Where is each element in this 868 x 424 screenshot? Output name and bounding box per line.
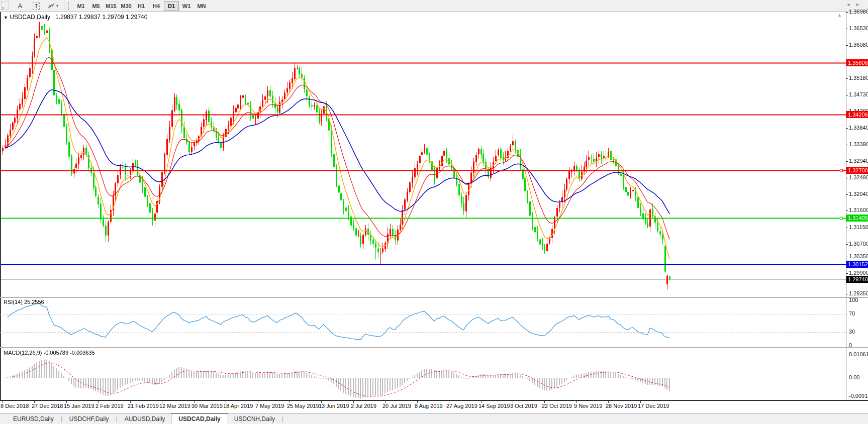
tab-separator: | <box>282 415 283 422</box>
date-axis-label: 20 Jul 2019 <box>382 403 411 409</box>
chart-dropdown-caret-icon[interactable]: ▼ <box>4 15 8 20</box>
date-axis-label: 9 Nov 2019 <box>574 403 602 409</box>
price-axis-label: 1.36530 <box>849 25 868 31</box>
date-axis-label: 2 Feb 2019 <box>95 403 124 409</box>
timeframe-button-mn[interactable]: MN <box>194 1 209 11</box>
rsi-label: RSI(14) 25.2556 <box>4 299 44 305</box>
price-line-badge: 1.32700 <box>846 167 868 174</box>
timeframe-button-m1[interactable]: M1 <box>73 1 88 11</box>
tab-separator: | <box>61 415 62 422</box>
price-axis-label: 1.29350 <box>849 290 868 296</box>
price-axis-label: 1.36080 <box>849 42 868 48</box>
rsi-axis-label: 70 <box>849 310 855 316</box>
timeframe-button-m5[interactable]: M5 <box>88 1 104 11</box>
price-axis-tick <box>846 95 848 95</box>
price-axis-label: 1.33840 <box>849 125 868 131</box>
price-chart-canvas[interactable] <box>0 12 846 297</box>
date-axis-label: 28 Nov 2019 <box>606 403 637 409</box>
text-box-tool-button[interactable]: T <box>29 1 43 11</box>
timeframe-button-w1[interactable]: W1 <box>179 1 194 11</box>
timeframe-button-h4[interactable]: H4 <box>149 1 164 11</box>
timeframe-grip-icon[interactable] <box>68 2 70 10</box>
price-line-badge: 1.34206 <box>846 111 868 118</box>
date-axis-label: 30 Mar 2019 <box>191 403 223 409</box>
date-axis-label: 12 Mar 2019 <box>159 403 190 409</box>
price-axis-tick <box>846 128 848 129</box>
price-axis-label: 1.30350 <box>849 253 868 259</box>
current-price-badge: 1.29740 <box>846 276 868 283</box>
tab-separator: | <box>116 415 118 422</box>
toolbar-grip-icon[interactable]: F <box>1 2 9 10</box>
macd-axis-label: 0.00 <box>849 374 859 380</box>
price-axis-tick <box>846 294 848 294</box>
price-axis-tick <box>846 12 848 13</box>
macd-canvas[interactable] <box>0 349 846 400</box>
date-axis-label: 25 May 2019 <box>287 403 319 409</box>
price-axis-tick <box>846 273 848 274</box>
date-axis-label: 22 Oct 2019 <box>542 403 572 409</box>
chart-tab-audusd[interactable]: AUDUSD,Daily <box>119 414 171 423</box>
toolbar: F A T ▾ M1M5M15M30H1H4D1W1MN <box>0 0 868 12</box>
timeframe-group: M1M5M15M30H1H4D1W1MN <box>73 1 209 11</box>
text-label-tool-button[interactable]: A <box>13 1 27 11</box>
chart-tab-bar: EURUSD,Daily|USDCHF,Daily|AUDUSD,DailyUS… <box>0 413 868 424</box>
chart-tab-usdcnh[interactable]: USDCNH,Daily <box>228 414 281 423</box>
macd-label: MACD(12,26,9) -0.005789 -0.003635 <box>4 350 95 356</box>
timeframe-button-m15[interactable]: M15 <box>104 1 119 11</box>
price-axis-tick <box>846 161 848 162</box>
scroll-to-end-icon[interactable]: ▲ <box>837 13 842 18</box>
price-axis-label: 1.33390 <box>849 141 868 147</box>
price-line-badge: 1.30152 <box>846 261 868 268</box>
date-axis-label: 18 Apr 2019 <box>223 403 253 409</box>
chevron-down-icon: ▾ <box>56 4 58 8</box>
price-axis-label: 1.30700 <box>849 241 868 247</box>
chart-tab-eurusd[interactable]: EURUSD,Daily <box>7 414 60 423</box>
date-axis-label: 13 Jun 2019 <box>319 403 349 409</box>
macd-axis-label: 0.010615 <box>849 351 868 357</box>
chart-symbol: USDCAD,Daily <box>10 14 50 21</box>
chart-tab-usdcad[interactable]: USDCAD,Daily <box>171 413 228 424</box>
price-line-badge: 1.31405 <box>846 215 868 222</box>
price-axis-label: 1.36980 <box>849 9 868 15</box>
date-axis-label: 27 Aug 2019 <box>446 403 477 409</box>
price-axis-tick <box>846 29 848 29</box>
rsi-axis-label: 30 <box>849 329 855 335</box>
price-axis-label: 1.31600 <box>849 207 868 213</box>
chart-ohlc-values: 1.29837 1.29837 1.29709 1.29740 <box>55 14 148 21</box>
macd-axis-label: -0.009181 <box>849 393 868 399</box>
price-axis-tick <box>846 244 848 245</box>
price-axis-tick <box>846 45 848 46</box>
timeframe-button-d1[interactable]: D1 <box>164 1 179 11</box>
timeframe-button-h1[interactable]: H1 <box>134 1 149 11</box>
tab-scroll-arrows[interactable]: ◄► <box>846 2 865 7</box>
rsi-canvas[interactable] <box>0 298 846 347</box>
date-axis-label: 21 Feb 2019 <box>128 403 159 409</box>
date-axis-label: 27 Dec 2018 <box>32 403 63 409</box>
date-axis[interactable]: 8 Dec 201827 Dec 201815 Jan 20192 Feb 20… <box>0 401 868 412</box>
date-axis-label: 15 Jan 2019 <box>64 403 94 409</box>
date-axis-label: 2 Jul 2019 <box>351 403 376 409</box>
rsi-axis-label: 0 <box>849 342 852 348</box>
price-axis-tick <box>846 78 848 79</box>
mt4-window: F A T ▾ M1M5M15M30H1H4D1W1MN ▼ USDCAD,Da… <box>0 0 868 424</box>
price-axis-label: 1.35180 <box>849 75 868 81</box>
price-axis-label: 1.32940 <box>849 158 868 164</box>
date-axis-label: 3 Oct 2019 <box>510 403 537 409</box>
pane-divider[interactable] <box>0 347 868 348</box>
chart-tab-usdchf[interactable]: USDCHF,Daily <box>63 414 115 423</box>
tab-scroll-right-icon[interactable]: ► <box>855 2 865 7</box>
price-line-badge: 1.35606 <box>846 59 868 66</box>
price-axis-tick <box>846 257 848 257</box>
timeframe-button-m30[interactable]: M30 <box>119 1 134 11</box>
rsi-axis-label: 100 <box>849 297 858 303</box>
date-axis-label: 8 Dec 2018 <box>1 403 29 409</box>
draw-arrows-tool-button[interactable]: ▾ <box>45 1 60 11</box>
price-axis-label: 1.31150 <box>849 224 868 230</box>
pane-divider[interactable] <box>0 297 868 298</box>
toolbar-separator <box>64 2 64 11</box>
tab-scroll-left-icon[interactable]: ◄ <box>846 2 855 7</box>
arrows-icon <box>47 3 55 9</box>
date-axis-label: 8 Aug 2019 <box>415 403 443 409</box>
price-axis-tick <box>846 228 848 228</box>
price-axis-label: 1.32040 <box>849 191 868 197</box>
